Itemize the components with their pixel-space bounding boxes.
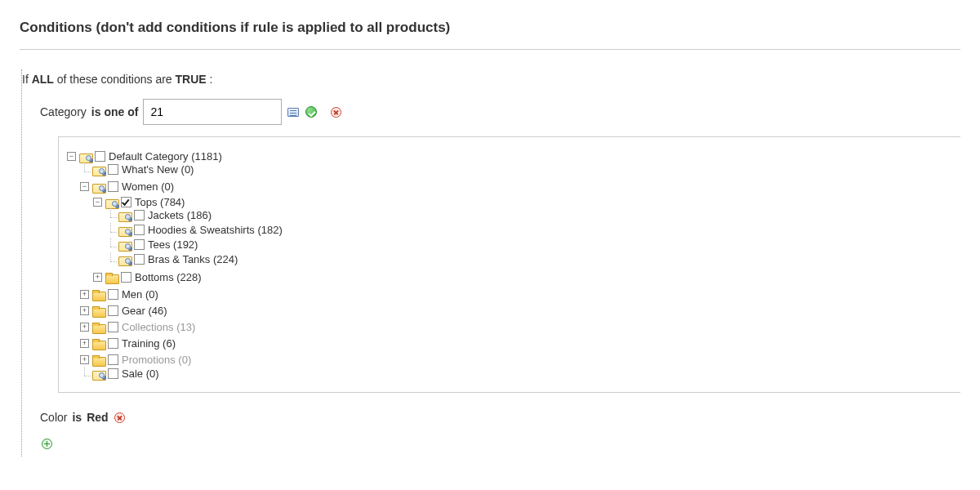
- folder-icon: [105, 198, 118, 207]
- tree-node: +Gear (46): [80, 301, 952, 318]
- folder-icon: [118, 225, 131, 235]
- tree-checkbox[interactable]: [134, 239, 145, 250]
- folder-icon: [118, 255, 131, 265]
- folder-icon: [92, 369, 105, 379]
- folder-icon: [92, 339, 105, 349]
- tree-node: +Men (0): [80, 285, 952, 301]
- tree-node-label[interactable]: Default Category (1181): [109, 150, 222, 163]
- aggregator-value-link[interactable]: TRUE: [176, 73, 207, 86]
- tree-elbow-icon: [106, 255, 115, 264]
- tree-checkbox[interactable]: [108, 354, 118, 365]
- apply-button[interactable]: [305, 105, 318, 118]
- remove-circle-icon: [114, 412, 125, 423]
- condition-attribute[interactable]: Category: [40, 105, 87, 118]
- tree-node: Jackets (186): [106, 208, 952, 223]
- tree-node-label[interactable]: Men (0): [122, 288, 158, 301]
- tree-node: −Tops (784)Jackets (186)Hoodies & Sweats…: [93, 193, 952, 268]
- tree-node-label[interactable]: Promotions (0): [122, 354, 191, 366]
- collapse-icon[interactable]: −: [93, 198, 102, 207]
- tree-checkbox[interactable]: [121, 272, 131, 283]
- expand-icon[interactable]: +: [80, 306, 89, 315]
- tree-checkbox[interactable]: [108, 322, 118, 332]
- tree-checkbox[interactable]: [108, 305, 118, 316]
- tree-checkbox[interactable]: [134, 254, 145, 265]
- tree-node-label[interactable]: Tops (784): [135, 196, 185, 208]
- sentence-mid: of these conditions are: [54, 73, 176, 86]
- folder-icon: [92, 165, 105, 175]
- add-condition-button[interactable]: [40, 437, 53, 450]
- tree-elbow-icon: [80, 165, 89, 174]
- tree-checkbox[interactable]: [134, 210, 145, 220]
- folder-icon: [92, 290, 105, 300]
- folder-icon: [105, 273, 118, 283]
- tree-checkbox[interactable]: [108, 289, 118, 300]
- folder-icon: [92, 182, 105, 192]
- category-tree-panel: −Default Category (1181)What's New (0)−W…: [58, 136, 960, 393]
- collapse-icon[interactable]: −: [67, 152, 76, 161]
- tree-elbow-icon: [80, 369, 89, 378]
- tree-checkbox[interactable]: [108, 181, 118, 192]
- tree-checkbox[interactable]: [108, 338, 118, 349]
- aggregator-link[interactable]: ALL: [32, 73, 54, 86]
- tree-elbow-icon: [106, 240, 115, 249]
- tree-checkbox[interactable]: [108, 164, 118, 175]
- tree-checkbox[interactable]: [108, 368, 118, 379]
- tree-checkbox[interactable]: [134, 225, 145, 235]
- remove-condition-button[interactable]: [329, 105, 342, 118]
- open-chooser-button[interactable]: [287, 105, 300, 118]
- folder-icon: [92, 323, 105, 332]
- remove-condition-button[interactable]: [114, 411, 127, 424]
- tree-node: Tees (192): [106, 238, 952, 252]
- tree-node-label[interactable]: Training (6): [122, 337, 176, 350]
- tree-node-label[interactable]: What's New (0): [122, 163, 194, 176]
- tree-node: Sale (0): [80, 367, 952, 381]
- tree-node: Bras & Tanks (224): [106, 252, 952, 267]
- tree-node-label[interactable]: Sale (0): [122, 368, 159, 380]
- tree-node-label[interactable]: Gear (46): [122, 305, 167, 317]
- expand-icon[interactable]: +: [80, 355, 89, 364]
- tree-node: −Women (0)−Tops (784)Jackets (186)Hoodie…: [80, 177, 952, 285]
- condition-row-category: Category is one of: [22, 97, 960, 136]
- condition-value[interactable]: Red: [87, 411, 108, 424]
- condition-operator[interactable]: is: [72, 411, 82, 424]
- tree-node: +Training (6): [80, 334, 952, 350]
- expand-icon[interactable]: +: [80, 339, 89, 348]
- tree-elbow-icon: [106, 211, 115, 220]
- tree-node-label[interactable]: Hoodies & Sweatshirts (182): [148, 224, 283, 236]
- sentence-prefix: If: [22, 73, 32, 86]
- tree-node-label[interactable]: Tees (192): [148, 238, 198, 251]
- chooser-icon: [287, 108, 299, 117]
- folder-icon: [92, 306, 105, 316]
- tree-node: +Bottoms (228): [93, 268, 952, 284]
- aggregator-sentence: If ALL of these conditions are TRUE :: [22, 69, 960, 97]
- tree-elbow-icon: [106, 225, 115, 234]
- folder-icon: [92, 355, 105, 365]
- collapse-icon[interactable]: −: [80, 182, 89, 191]
- folder-icon: [118, 211, 131, 220]
- tree-checkbox[interactable]: [121, 197, 131, 207]
- tree-node: +Promotions (0): [80, 350, 952, 367]
- expand-icon[interactable]: +: [80, 290, 89, 299]
- condition-attribute[interactable]: Color: [40, 411, 67, 424]
- tree-node: What's New (0): [80, 163, 952, 177]
- add-circle-icon: [42, 439, 52, 449]
- tree-node: −Default Category (1181)What's New (0)−W…: [67, 147, 952, 382]
- sentence-suffix: :: [207, 73, 213, 86]
- category-tree: −Default Category (1181)What's New (0)−W…: [67, 147, 952, 382]
- condition-operator[interactable]: is one of: [91, 105, 139, 118]
- tree-node-label[interactable]: Bras & Tanks (224): [148, 253, 238, 265]
- tree-checkbox[interactable]: [95, 151, 105, 162]
- expand-icon[interactable]: +: [80, 323, 89, 332]
- tree-node-label[interactable]: Collections (13): [122, 321, 195, 333]
- add-condition-row: [22, 432, 960, 457]
- conditions-container: If ALL of these conditions are TRUE : Ca…: [21, 69, 960, 457]
- tree-node-label[interactable]: Jackets (186): [148, 209, 212, 221]
- tree-node-label[interactable]: Bottoms (228): [135, 271, 202, 283]
- section-title: Conditions (don't add conditions if rule…: [20, 20, 960, 50]
- tree-node: +Collections (13): [80, 318, 952, 334]
- tree-node-label[interactable]: Women (0): [122, 180, 174, 193]
- tree-node: Hoodies & Sweatshirts (182): [106, 223, 952, 238]
- expand-icon[interactable]: +: [93, 273, 102, 282]
- condition-value-input[interactable]: [143, 99, 282, 125]
- folder-icon: [79, 152, 91, 162]
